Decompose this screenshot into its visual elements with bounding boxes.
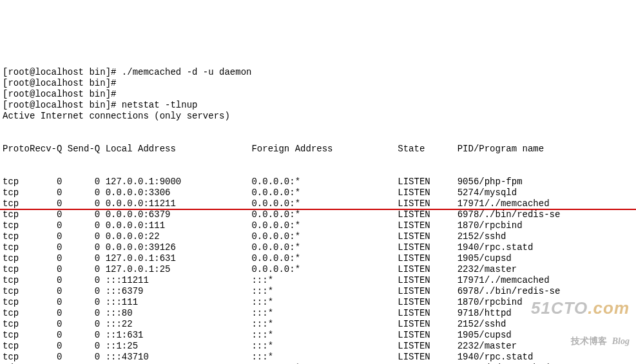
netstat-row: tcp 0 0 ::1:25 :::* LISTEN 2232/master	[3, 341, 633, 352]
terminal-line: [root@localhost bin]#	[3, 78, 633, 89]
netstat-row: tcp 0 0 127.0.0.1:9000 0.0.0.0:* LISTEN …	[3, 177, 633, 187]
netstat-header: ProtoRecv-Q Send-Q Local Address Foreign…	[3, 144, 633, 155]
netstat-row: tcp 0 0 :::6379 :::* LISTEN 6978/./bin/r…	[3, 286, 633, 297]
netstat-row: tcp 0 0 127.0.0.1:631 0.0.0.0:* LISTEN 1…	[3, 253, 633, 264]
terminal-line: [root@localhost bin]# netstat -tlnup	[3, 100, 633, 111]
netstat-row: tcp 0 0 0.0.0.0:22 0.0.0.0:* LISTEN 2152…	[3, 231, 633, 242]
netstat-row: tcp 0 0 127.0.0.1:25 0.0.0.0:* LISTEN 22…	[3, 264, 633, 275]
netstat-row: tcp 0 0 :::22 :::* LISTEN 2152/sshd	[3, 319, 633, 330]
terminal-output[interactable]: [root@localhost bin]# ./memcached -d -u …	[0, 44, 636, 364]
netstat-row: tcp 0 0 0.0.0.0:111 0.0.0.0:* LISTEN 187…	[3, 220, 633, 231]
netstat-row: tcp 0 0 0.0.0.0:6379 0.0.0.0:* LISTEN 69…	[3, 209, 633, 220]
netstat-row: tcp 0 0 ::1:631 :::* LISTEN 1905/cupsd	[3, 330, 633, 341]
netstat-row: tcp 0 0 :::80 :::* LISTEN 9718/httpd	[3, 308, 633, 319]
terminal-line: [root@localhost bin]#	[3, 89, 633, 100]
netstat-rows: tcp 0 0 127.0.0.1:9000 0.0.0.0:* LISTEN …	[3, 177, 633, 364]
netstat-row: tcp 0 0 :::43710 :::* LISTEN 1940/rpc.st…	[3, 352, 633, 363]
highlight-underline	[0, 209, 636, 210]
terminal-line: [root@localhost bin]# ./memcached -d -u …	[3, 67, 633, 78]
netstat-row: tcp 0 0 0.0.0.0:11211 0.0.0.0:* LISTEN 1…	[3, 198, 633, 209]
terminal-line: Active Internet connections (only server…	[3, 111, 633, 122]
netstat-row: tcp 0 0 :::11211 :::* LISTEN 17971/./mem…	[3, 275, 633, 286]
command-block: [root@localhost bin]# ./memcached -d -u …	[3, 67, 633, 122]
netstat-row: tcp 0 0 0.0.0.0:39126 0.0.0.0:* LISTEN 1…	[3, 242, 633, 253]
netstat-row: tcp 0 0 :::111 :::* LISTEN 1870/rpcbind	[3, 297, 633, 308]
netstat-row: tcp 0 0 0.0.0.0:3306 0.0.0.0:* LISTEN 52…	[3, 187, 633, 198]
